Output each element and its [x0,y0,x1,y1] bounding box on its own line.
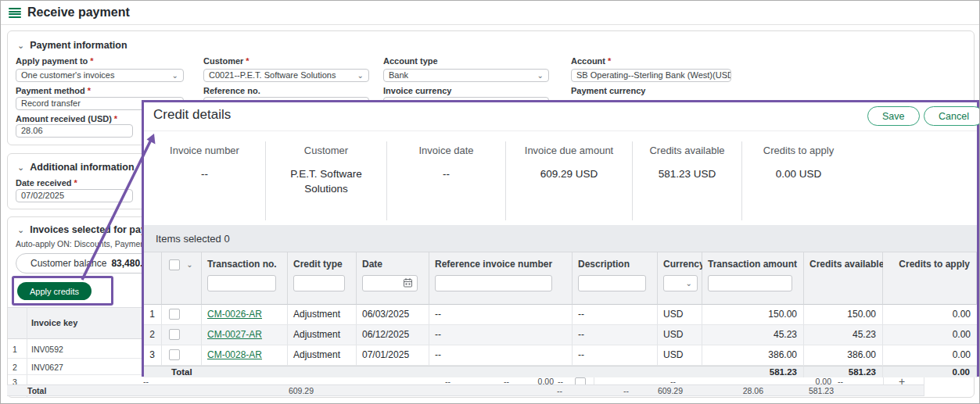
credit-type-filter-input[interactable] [293,275,345,291]
summary-invoice-number: Invoice number -- [144,141,265,220]
row-checkbox[interactable] [169,349,180,360]
transaction-link[interactable]: CM-0028-AR [207,349,262,360]
summary-credits-to-apply: Credits to apply 0.00 USD [741,141,855,220]
currency-cell: USD [658,305,702,325]
summary-customer: Customer P.E.T. Software Solutions [265,141,386,220]
total-value: 581.23 [789,386,834,395]
transaction-amount-filter-input[interactable] [708,275,792,291]
date-received-label: Date received [16,178,77,188]
reference-invoice-number-filter-input[interactable] [435,275,552,291]
auto-apply-text: Auto-apply ON: Discounts, Payment [16,239,147,248]
customer-label: Customer [203,56,249,66]
payment-information-header[interactable]: ⌄Payment information [17,38,127,52]
section-title: Additional information [30,162,134,173]
column-label: Credits to apply [899,259,970,270]
summary-value: P.E.T. Software Solutions [279,166,373,196]
date-received-input[interactable]: 07/02/2025 [16,189,133,202]
chevron-down-icon[interactable]: ⌄ [186,260,192,269]
credit-type-cell: Adjustment [288,305,357,325]
description-header: Description [573,252,658,305]
row-checkbox[interactable] [169,309,180,320]
column-label: Credit type [293,259,343,270]
summary-value: -- [387,166,505,181]
credits-table: ⌄ Transaction no. Credit type Date Refer… [144,252,977,377]
transaction-amount-header: Transaction amount [702,252,804,305]
description-filter-input[interactable] [578,275,646,291]
section-title: Payment information [30,40,127,51]
transaction-no-header: Transaction no. [202,252,288,305]
row-select-cell [162,345,202,366]
cancel-button[interactable]: Cancel [924,106,980,126]
transaction-amount-cell: 386.00 [702,345,804,366]
chevron-down-icon: ⌄ [17,41,24,50]
reference-invoice-number-cell: -- [429,325,573,345]
save-button[interactable]: Save [867,106,920,126]
reference-invoice-number-header: Reference invoice number [429,252,573,305]
summary-value: 0.00 USD [742,166,855,181]
currency-filter-select[interactable]: ⌄ [663,275,698,291]
credit-details-modal: Credit details Save Cancel Invoice numbe… [142,100,979,377]
transaction-amount-cell: 150.00 [702,305,804,325]
amount-received-value: 28.06 [21,126,43,135]
credits-to-apply-cell: 0.00 [883,345,977,366]
apply-payment-to-label: Apply payment to [16,56,94,66]
credit-type-cell: Adjustment [288,345,357,366]
row-checkbox[interactable] [169,329,180,340]
select-all-checkbox[interactable] [169,259,180,270]
summary-value: 609.29 USD [506,166,632,181]
row-number: 2 [144,325,162,345]
row-number: 3 [144,345,162,366]
transaction-no-cell: CM-0026-AR [202,305,288,325]
summary-label: Invoice number [144,145,265,156]
summary-value: -- [144,166,265,181]
total-value: -- [615,386,629,395]
transaction-link[interactable]: CM-0027-AR [207,329,262,340]
summary-invoice-date: Invoice date -- [386,141,505,220]
transaction-amount-cell: 45.23 [702,325,804,345]
row-select-cell [162,305,202,325]
account-type-value: Bank [389,70,408,81]
total-value: 609.29 [638,386,683,395]
select-all-header: ⌄ [162,252,202,305]
amount-received-input[interactable]: 28.06 [16,124,133,138]
description-cell: -- [573,305,658,325]
account-type-select[interactable]: Bank ⌄ [383,69,549,82]
apply-payment-to-value: One customer's invoices [21,70,114,81]
reference-invoice-number-cell: -- [429,345,573,366]
menu-icon[interactable] [9,8,21,18]
credits-to-apply-cell: 0.00 [883,325,977,345]
chevron-down-icon: ⌄ [172,70,178,81]
row-number: 2 [13,363,17,372]
modal-title: Credit details [153,107,231,123]
transaction-no-filter-input[interactable] [207,275,276,291]
account-select[interactable]: SB Operating--Sterling Bank (West)(USD) … [571,69,731,82]
credits-total-label: Total [144,366,202,377]
total-label: Total [27,386,46,395]
transaction-link[interactable]: CM-0026-AR [207,309,262,320]
column-label: Description [578,259,630,270]
summary-label: Credits available [633,145,741,156]
credits-available-cell: 386.00 [804,345,883,366]
apply-payment-to-select[interactable]: One customer's invoices ⌄ [16,69,184,82]
account-value: SB Operating--Sterling Bank (West)(USD) [576,70,731,81]
page-title: Receive payment [27,5,130,20]
date-filter-input[interactable] [362,275,418,291]
chevron-down-icon: ⌄ [17,225,24,234]
summary-value: 581.23 USD [633,166,741,181]
date-cell: 06/12/2025 [357,325,429,345]
currency-cell: USD [658,345,702,366]
items-selected-bar: Items selected 0 [144,225,977,252]
column-label: Transaction no. [207,259,277,270]
customer-select[interactable]: C0021--P.E.T. Software Solutions ⌄ [203,69,369,82]
additional-information-header[interactable]: ⌄Additional information [17,159,135,173]
account-label: Account [571,56,611,66]
amount-received-label: Amount received (USD) [16,114,117,123]
description-cell: -- [573,325,658,345]
account-type-label: Account type [383,56,438,66]
customer-value: C0021--P.E.T. Software Solutions [209,70,336,81]
calendar-icon[interactable] [404,278,412,289]
credit-type-cell: Adjustment [288,325,357,345]
column-label: Credits available [809,259,884,270]
credit-summary: Invoice number -- Customer P.E.T. Softwa… [144,141,855,220]
summary-credits-available: Credits available 581.23 USD [632,141,741,220]
